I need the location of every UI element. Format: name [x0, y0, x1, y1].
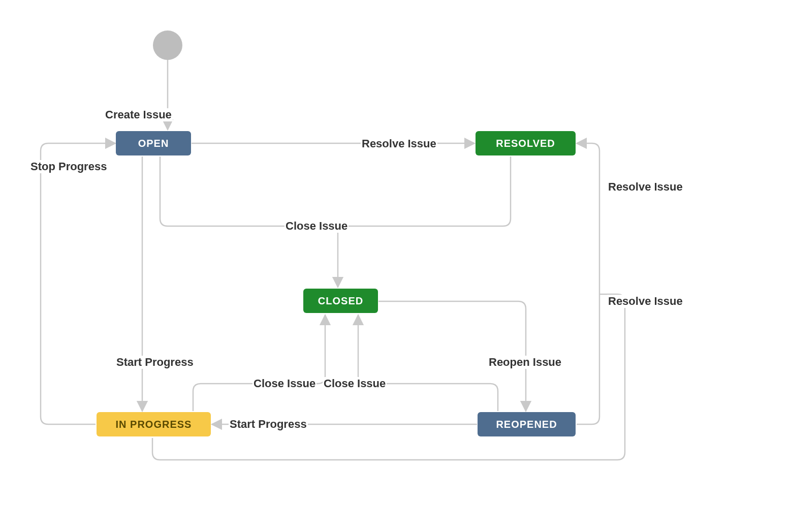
state-closed: CLOSED: [303, 289, 378, 313]
label-create-issue: Create Issue: [104, 108, 173, 121]
label-resolve-issue-reopened: Resolve Issue: [607, 180, 684, 194]
label-resolve-issue-inprogress: Resolve Issue: [607, 295, 684, 308]
label-resolve-issue-open: Resolve Issue: [361, 137, 437, 150]
workflow-diagram: OPEN RESOLVED CLOSED IN PROGRESS REOPENE…: [0, 0, 791, 532]
edge-close-issue-resolved: [338, 157, 511, 226]
label-close-issue-open: Close Issue: [284, 220, 349, 233]
state-reopened-label: REOPENED: [496, 419, 557, 430]
state-resolved-label: RESOLVED: [496, 138, 555, 149]
label-close-issue-reopened: Close Issue: [323, 377, 387, 390]
state-open: OPEN: [116, 131, 191, 155]
state-in-progress-label: IN PROGRESS: [116, 419, 192, 430]
edge-close-issue-inprogress: [193, 315, 325, 411]
state-reopened: REOPENED: [478, 412, 576, 436]
label-start-progress-open: Start Progress: [115, 356, 195, 369]
edges-layer: [0, 0, 791, 532]
state-in-progress: IN PROGRESS: [97, 412, 211, 436]
label-stop-progress: Stop Progress: [29, 160, 108, 173]
label-reopen-issue: Reopen Issue: [488, 356, 562, 369]
label-start-progress-reopened: Start Progress: [229, 418, 308, 431]
start-node: [153, 30, 182, 60]
edge-resolve-issue-reopened: [577, 143, 599, 424]
edge-stop-progress: [41, 143, 115, 424]
label-close-issue-inprogress: Close Issue: [252, 377, 317, 390]
edge-close-issue-reopened: [358, 315, 498, 411]
state-open-label: OPEN: [138, 138, 169, 149]
state-closed-label: CLOSED: [318, 295, 363, 307]
state-resolved: RESOLVED: [476, 131, 576, 155]
